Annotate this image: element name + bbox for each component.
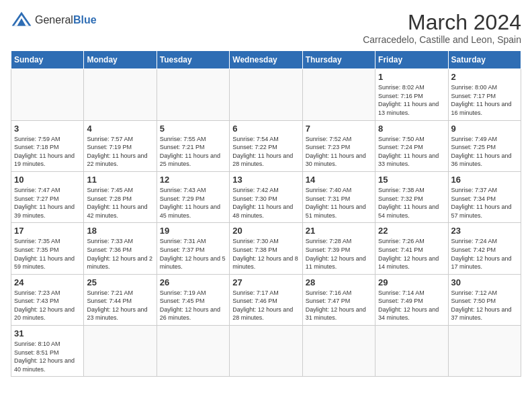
weekday-header-friday: Friday: [375, 51, 448, 69]
day-number: 16: [451, 175, 518, 185]
day-info: Sunrise: 7:40 AM Sunset: 7:31 PM Dayligh…: [306, 186, 372, 220]
page-header: GeneralBlue March 2024 Carracedelo, Cast…: [11, 11, 521, 45]
day-info: Sunrise: 7:17 AM Sunset: 7:46 PM Dayligh…: [232, 289, 299, 322]
day-number: 2: [451, 72, 518, 82]
calendar-week-row: 3Sunrise: 7:59 AM Sunset: 7:18 PM Daylig…: [11, 120, 521, 171]
day-number: 28: [306, 277, 372, 287]
month-year-title: March 2024: [363, 11, 521, 34]
logo: GeneralBlue: [11, 11, 97, 30]
day-number: 7: [306, 124, 372, 134]
logo-text: GeneralBlue: [35, 13, 97, 26]
calendar-cell: [11, 69, 84, 120]
calendar-cell: 18Sunrise: 7:33 AM Sunset: 7:36 PM Dayli…: [84, 223, 157, 274]
day-number: 4: [87, 124, 153, 134]
weekday-header-monday: Monday: [84, 51, 157, 69]
day-number: 24: [14, 277, 81, 287]
calendar-cell: 25Sunrise: 7:21 AM Sunset: 7:44 PM Dayli…: [84, 274, 157, 325]
day-number: 30: [451, 277, 518, 287]
calendar-cell: 4Sunrise: 7:57 AM Sunset: 7:19 PM Daylig…: [84, 120, 157, 171]
day-info: Sunrise: 7:26 AM Sunset: 7:41 PM Dayligh…: [378, 237, 445, 271]
day-number: 31: [14, 328, 81, 338]
calendar-cell: 6Sunrise: 7:54 AM Sunset: 7:22 PM Daylig…: [230, 120, 302, 171]
day-number: 18: [87, 226, 153, 236]
day-number: 13: [232, 175, 299, 185]
calendar-cell: [230, 326, 302, 377]
calendar-cell: 2Sunrise: 8:00 AM Sunset: 7:17 PM Daylig…: [448, 69, 521, 120]
weekday-header-saturday: Saturday: [448, 51, 521, 69]
calendar-cell: [157, 69, 229, 120]
day-info: Sunrise: 8:00 AM Sunset: 7:17 PM Dayligh…: [451, 83, 518, 117]
day-info: Sunrise: 7:50 AM Sunset: 7:24 PM Dayligh…: [378, 135, 445, 169]
day-info: Sunrise: 7:52 AM Sunset: 7:23 PM Dayligh…: [306, 135, 372, 169]
calendar-cell: [302, 69, 375, 120]
day-info: Sunrise: 7:16 AM Sunset: 7:47 PM Dayligh…: [306, 289, 372, 322]
calendar-cell: 17Sunrise: 7:35 AM Sunset: 7:35 PM Dayli…: [11, 223, 84, 274]
day-info: Sunrise: 7:35 AM Sunset: 7:35 PM Dayligh…: [14, 237, 81, 271]
day-number: 23: [451, 226, 518, 236]
day-number: 8: [378, 124, 445, 134]
day-info: Sunrise: 7:21 AM Sunset: 7:44 PM Dayligh…: [87, 289, 153, 322]
title-block: March 2024 Carracedelo, Castille and Leo…: [363, 11, 521, 45]
logo-icon: [11, 11, 32, 30]
day-info: Sunrise: 7:12 AM Sunset: 7:50 PM Dayligh…: [451, 289, 518, 322]
day-number: 19: [160, 226, 226, 236]
day-number: 14: [306, 175, 372, 185]
calendar-week-row: 1Sunrise: 8:02 AM Sunset: 7:16 PM Daylig…: [11, 69, 521, 120]
calendar-table: SundayMondayTuesdayWednesdayThursdayFrid…: [11, 50, 521, 377]
day-info: Sunrise: 7:23 AM Sunset: 7:43 PM Dayligh…: [14, 289, 81, 322]
day-info: Sunrise: 7:31 AM Sunset: 7:37 PM Dayligh…: [160, 237, 226, 271]
day-info: Sunrise: 7:47 AM Sunset: 7:27 PM Dayligh…: [14, 186, 81, 220]
weekday-header-thursday: Thursday: [302, 51, 375, 69]
calendar-week-row: 31Sunrise: 8:10 AM Sunset: 8:51 PM Dayli…: [11, 326, 521, 377]
calendar-cell: 9Sunrise: 7:49 AM Sunset: 7:25 PM Daylig…: [448, 120, 521, 171]
day-number: 6: [232, 124, 299, 134]
calendar-cell: 22Sunrise: 7:26 AM Sunset: 7:41 PM Dayli…: [375, 223, 448, 274]
calendar-cell: 8Sunrise: 7:50 AM Sunset: 7:24 PM Daylig…: [375, 120, 448, 171]
calendar-cell: 14Sunrise: 7:40 AM Sunset: 7:31 PM Dayli…: [302, 171, 375, 222]
calendar-cell: 21Sunrise: 7:28 AM Sunset: 7:39 PM Dayli…: [302, 223, 375, 274]
day-info: Sunrise: 7:28 AM Sunset: 7:39 PM Dayligh…: [306, 237, 372, 271]
day-number: 29: [378, 277, 445, 287]
calendar-week-row: 17Sunrise: 7:35 AM Sunset: 7:35 PM Dayli…: [11, 223, 521, 274]
day-number: 21: [306, 226, 372, 236]
calendar-cell: 31Sunrise: 8:10 AM Sunset: 8:51 PM Dayli…: [11, 326, 84, 377]
day-info: Sunrise: 7:55 AM Sunset: 7:21 PM Dayligh…: [160, 135, 226, 169]
calendar-cell: 23Sunrise: 7:24 AM Sunset: 7:42 PM Dayli…: [448, 223, 521, 274]
day-info: Sunrise: 7:54 AM Sunset: 7:22 PM Dayligh…: [232, 135, 299, 169]
day-number: 3: [14, 124, 81, 134]
calendar-cell: 7Sunrise: 7:52 AM Sunset: 7:23 PM Daylig…: [302, 120, 375, 171]
calendar-cell: [375, 326, 448, 377]
day-number: 5: [160, 124, 226, 134]
weekday-header-row: SundayMondayTuesdayWednesdayThursdayFrid…: [11, 51, 521, 69]
day-number: 22: [378, 226, 445, 236]
day-info: Sunrise: 7:43 AM Sunset: 7:29 PM Dayligh…: [160, 186, 226, 220]
day-number: 20: [232, 226, 299, 236]
calendar-cell: 12Sunrise: 7:43 AM Sunset: 7:29 PM Dayli…: [157, 171, 229, 222]
calendar-cell: [230, 69, 302, 120]
calendar-cell: 11Sunrise: 7:45 AM Sunset: 7:28 PM Dayli…: [84, 171, 157, 222]
calendar-cell: 24Sunrise: 7:23 AM Sunset: 7:43 PM Dayli…: [11, 274, 84, 325]
weekday-header-sunday: Sunday: [11, 51, 84, 69]
calendar-cell: 13Sunrise: 7:42 AM Sunset: 7:30 PM Dayli…: [230, 171, 302, 222]
day-number: 15: [378, 175, 445, 185]
day-info: Sunrise: 7:30 AM Sunset: 7:38 PM Dayligh…: [232, 237, 299, 271]
day-info: Sunrise: 7:38 AM Sunset: 7:32 PM Dayligh…: [378, 186, 445, 220]
calendar-cell: [84, 69, 157, 120]
day-number: 9: [451, 124, 518, 134]
calendar-cell: 16Sunrise: 7:37 AM Sunset: 7:34 PM Dayli…: [448, 171, 521, 222]
calendar-cell: 1Sunrise: 8:02 AM Sunset: 7:16 PM Daylig…: [375, 69, 448, 120]
day-number: 17: [14, 226, 81, 236]
day-info: Sunrise: 8:02 AM Sunset: 7:16 PM Dayligh…: [378, 83, 445, 117]
weekday-header-tuesday: Tuesday: [157, 51, 229, 69]
day-info: Sunrise: 7:14 AM Sunset: 7:49 PM Dayligh…: [378, 289, 445, 322]
day-info: Sunrise: 7:42 AM Sunset: 7:30 PM Dayligh…: [232, 186, 299, 220]
day-info: Sunrise: 7:37 AM Sunset: 7:34 PM Dayligh…: [451, 186, 518, 220]
location-subtitle: Carracedelo, Castille and Leon, Spain: [363, 34, 521, 45]
calendar-cell: 10Sunrise: 7:47 AM Sunset: 7:27 PM Dayli…: [11, 171, 84, 222]
calendar-cell: 26Sunrise: 7:19 AM Sunset: 7:45 PM Dayli…: [157, 274, 229, 325]
calendar-cell: 30Sunrise: 7:12 AM Sunset: 7:50 PM Dayli…: [448, 274, 521, 325]
calendar-cell: 29Sunrise: 7:14 AM Sunset: 7:49 PM Dayli…: [375, 274, 448, 325]
day-info: Sunrise: 7:49 AM Sunset: 7:25 PM Dayligh…: [451, 135, 518, 169]
calendar-cell: 3Sunrise: 7:59 AM Sunset: 7:18 PM Daylig…: [11, 120, 84, 171]
calendar-cell: 27Sunrise: 7:17 AM Sunset: 7:46 PM Dayli…: [230, 274, 302, 325]
